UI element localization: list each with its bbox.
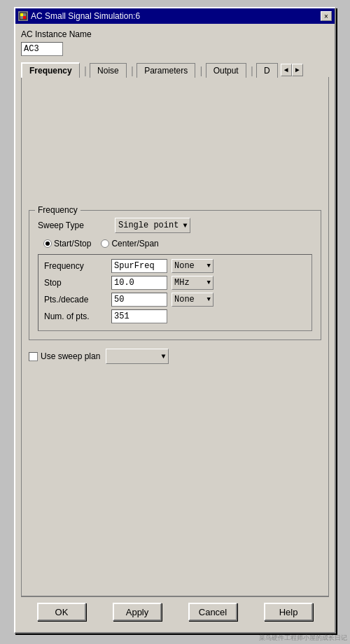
tab-d[interactable]: D [256,63,278,78]
radio-start-stop-circle[interactable] [43,239,52,248]
bottom-buttons: OK Apply Cancel Help [21,596,329,626]
sweep-plan-label: Use sweep plan [41,351,100,361]
tab-parameters[interactable]: Parameters [136,63,195,78]
sweep-plan-arrow: ▼ [161,353,165,360]
instance-name-input[interactable] [21,42,63,56]
tab-next-button[interactable]: ► [292,64,303,76]
freq-row-stop: Stop MHz ▼ [44,276,306,290]
sweep-plan-row: Use sweep plan ▼ [29,349,321,364]
freq-label-3: Num. of pts. [44,312,107,321]
main-window: AC Small Signal Simulation:6 × AC Instan… [14,7,336,634]
frequency-inner-box: Frequency None ▼ Stop MHz ▼ [38,254,312,331]
freq-unit-value-2: None [174,295,195,304]
freq-label-0: Frequency [44,261,107,271]
svg-rect-1 [20,13,23,16]
radio-row: Start/Stop Center/Span [43,239,312,248]
freq-input-1[interactable] [111,276,167,290]
freq-unit-2[interactable]: None ▼ [172,293,214,307]
freq-unit-value-1: MHz [174,278,190,288]
close-button[interactable]: × [321,11,332,21]
tab-frequency[interactable]: Frequency [21,62,80,78]
freq-row-pts-decade: Pts./decade None ▼ [44,293,306,307]
freq-unit-arrow-2: ▼ [207,296,211,303]
tab-noise[interactable]: Noise [90,63,127,78]
freq-unit-0[interactable]: None ▼ [172,259,214,273]
freq-input-0[interactable] [111,259,167,273]
svg-rect-2 [23,16,26,19]
window-title: AC Small Signal Simulation:6 [31,11,140,21]
freq-unit-arrow-0: ▼ [207,262,211,270]
sweep-type-value: Single point [118,220,178,230]
tab-output[interactable]: Output [206,63,246,78]
cancel-button[interactable]: Cancel [188,603,237,621]
tab-prev-button[interactable]: ◄ [281,64,292,76]
watermark: 菜鸟硬件工程师小屋的成长日记 [259,634,347,643]
radio-center-span-label: Center/Span [111,239,158,248]
freq-unit-1[interactable]: MHz ▼ [172,276,214,290]
sweep-type-row: Sweep Type Single point ▼ [38,218,312,233]
freq-label-2: Pts./decade [44,295,107,304]
freq-label-1: Stop [44,278,107,288]
sweep-type-select[interactable]: Single point ▼ [115,218,190,233]
radio-start-stop[interactable]: Start/Stop [43,239,91,248]
sweep-type-label: Sweep Type [38,220,108,230]
freq-unit-value-0: None [174,261,195,271]
ok-button[interactable]: OK [37,603,86,621]
title-bar-left: AC Small Signal Simulation:6 [18,11,140,21]
title-bar: AC Small Signal Simulation:6 × [15,8,335,24]
sweep-plan-checkbox[interactable] [29,352,38,361]
radio-center-span[interactable]: Center/Span [101,239,158,248]
radio-center-span-circle[interactable] [101,239,109,248]
tab-content-frequency: Frequency Sweep Type Single point ▼ Star… [21,77,329,596]
sweep-type-arrow: ▼ [183,222,187,230]
freq-input-3[interactable] [111,309,167,323]
freq-row-frequency: Frequency None ▼ [44,259,306,273]
window-content: AC Instance Name Frequency | Noise | Par… [15,24,335,632]
radio-start-stop-label: Start/Stop [54,239,91,248]
sweep-plan-select[interactable]: ▼ [106,349,169,364]
tab-nav-buttons: ◄ ► [281,64,303,76]
freq-row-num-pts: Num. of pts. [44,309,306,323]
instance-name-label: AC Instance Name [21,29,329,39]
window-icon [18,11,28,21]
frequency-group: Frequency Sweep Type Single point ▼ Star… [29,210,321,340]
apply-button[interactable]: Apply [113,603,162,621]
freq-input-2[interactable] [111,293,167,307]
tabs-container: Frequency | Noise | Parameters | Output … [21,62,329,77]
help-button[interactable]: Help [264,603,313,621]
sweep-plan-checkbox-item[interactable]: Use sweep plan [29,351,100,361]
frequency-group-legend: Frequency [35,205,80,215]
freq-unit-arrow-1: ▼ [207,279,211,286]
